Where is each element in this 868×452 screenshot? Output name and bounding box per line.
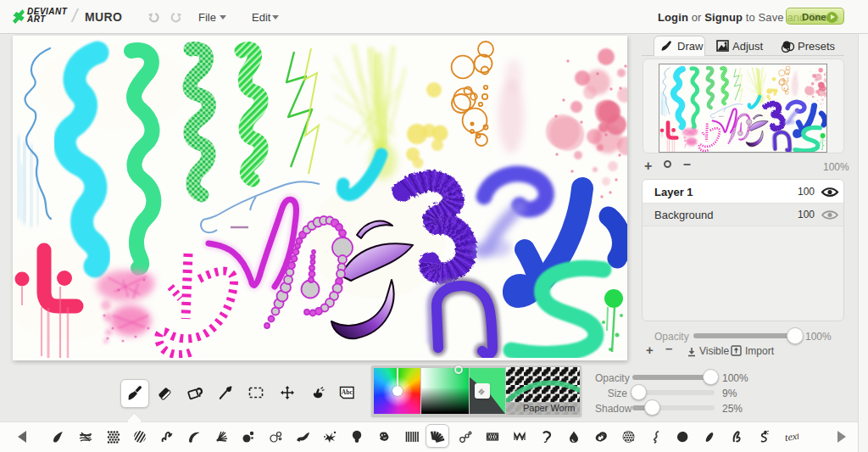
svg-text:Abc: Abc [342, 388, 353, 396]
svg-text:Paper Worm: Paper Worm [523, 403, 576, 413]
svg-text:text: text [784, 430, 798, 444]
